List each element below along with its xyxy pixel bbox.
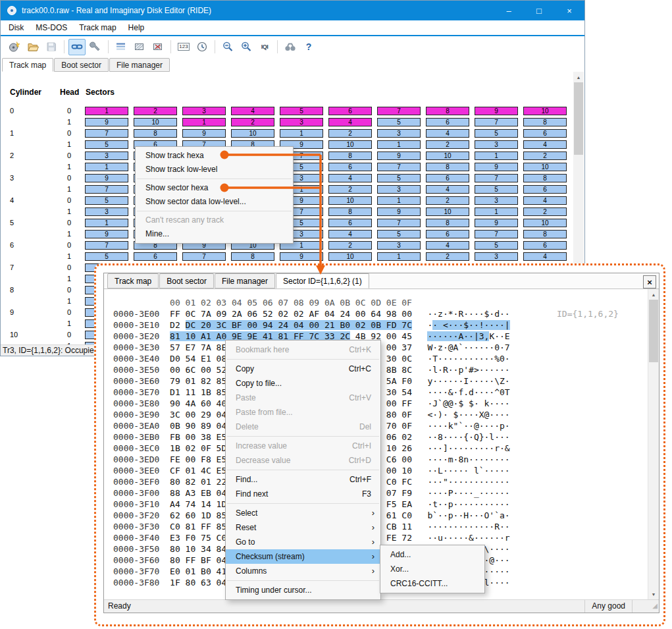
link-button[interactable] bbox=[68, 39, 86, 55]
sector-box[interactable]: 6 bbox=[426, 118, 469, 126]
sector-box[interactable]: 2 bbox=[328, 185, 372, 194]
sector-box[interactable]: 9 bbox=[377, 151, 421, 160]
sector-box[interactable]: 9 bbox=[377, 207, 421, 216]
sector-box[interactable]: 6 bbox=[328, 107, 372, 115]
sector-box[interactable]: 5 bbox=[377, 174, 421, 182]
sector-box[interactable]: 1 bbox=[475, 151, 518, 160]
sector-box[interactable]: 6 bbox=[426, 230, 469, 238]
sector-box[interactable]: 10 bbox=[523, 107, 567, 115]
sector-box[interactable]: 5 bbox=[475, 241, 518, 250]
sector-box[interactable]: 3 bbox=[475, 140, 518, 149]
sector-box[interactable]: 2 bbox=[426, 196, 469, 205]
close-icon[interactable]: × bbox=[643, 275, 656, 288]
sector-box[interactable]: 4 bbox=[523, 140, 567, 149]
sector-box[interactable]: 4 bbox=[426, 129, 469, 138]
sector-box[interactable]: 1 bbox=[377, 196, 421, 205]
zoom-in-button[interactable] bbox=[238, 39, 255, 55]
erase-track-button[interactable] bbox=[131, 39, 148, 55]
sector-box[interactable]: 2 bbox=[523, 151, 567, 160]
menu-item-copy[interactable]: CopyCtrl+C bbox=[226, 362, 380, 376]
sector-box[interactable]: 4 bbox=[426, 241, 469, 250]
zoom-reset-button[interactable]: IQI bbox=[256, 39, 273, 55]
sector-box[interactable]: 6 bbox=[523, 185, 567, 194]
sector-box[interactable]: 4 bbox=[523, 252, 567, 261]
sector-box[interactable]: 9 bbox=[85, 174, 128, 182]
sector-box[interactable]: 3 bbox=[182, 107, 226, 115]
sector-box[interactable]: 10 bbox=[328, 196, 372, 205]
menu-item-timing-under-cursor[interactable]: Timing under cursor... bbox=[226, 583, 380, 597]
sector-box[interactable]: 10 bbox=[231, 129, 274, 138]
sector-box[interactable]: 3 bbox=[475, 252, 518, 261]
sector-box[interactable]: 6 bbox=[328, 163, 372, 171]
sector-box[interactable]: 5 bbox=[377, 118, 421, 126]
submenu-item-crc16-ccitt[interactable]: CRC16-CCITT... bbox=[380, 576, 484, 591]
sector-box[interactable]: 6 bbox=[523, 241, 567, 250]
sector-box[interactable]: 3 bbox=[377, 129, 421, 138]
menu-item-show-sector-hexa[interactable]: Show sector hexa bbox=[136, 181, 293, 195]
sector-box[interactable]: 7 bbox=[475, 174, 518, 182]
sector-box[interactable]: 3 bbox=[377, 185, 421, 194]
minimize-button[interactable]: – bbox=[494, 1, 524, 20]
sector-box[interactable]: 9 bbox=[85, 118, 128, 126]
sector-box[interactable]: 9 bbox=[475, 107, 518, 115]
sector-box[interactable]: 10 bbox=[328, 140, 372, 149]
sector-box[interactable]: 7 bbox=[85, 185, 128, 194]
sector-box[interactable]: 7 bbox=[377, 163, 421, 171]
menubar-item-ms-dos[interactable]: MS-DOS bbox=[30, 20, 73, 35]
wrench-button[interactable] bbox=[87, 39, 104, 55]
sector-box[interactable]: 5 bbox=[85, 140, 128, 149]
sector-box[interactable]: 5 bbox=[280, 107, 323, 115]
sector-box[interactable]: 3 bbox=[377, 241, 421, 250]
scroll-thumb[interactable] bbox=[649, 300, 658, 362]
sector-box[interactable]: 4 bbox=[328, 118, 372, 126]
sector-box[interactable]: 8 bbox=[134, 129, 177, 138]
sector-box[interactable]: 9 bbox=[182, 129, 226, 138]
sector-box[interactable]: 4 bbox=[328, 174, 372, 182]
scroll-down-icon[interactable]: ▼ bbox=[648, 589, 659, 599]
sector-box[interactable]: 7 bbox=[377, 107, 421, 115]
zoom-out-button[interactable] bbox=[219, 39, 236, 55]
sector-box[interactable]: 3 bbox=[475, 196, 518, 205]
sector-box[interactable]: 1 bbox=[377, 140, 421, 149]
sector-box[interactable]: 1 bbox=[377, 252, 421, 261]
sector-box[interactable]: 2 bbox=[426, 252, 469, 261]
hex-vertical-scrollbar[interactable]: ▲ ▼ bbox=[648, 289, 659, 599]
tab-sector-id-1-1-6-2-1[interactable]: Sector ID={1,1,6,2} (1) bbox=[276, 273, 369, 288]
menu-item-show-sector-data-low-level[interactable]: Show sector data low-level... bbox=[136, 195, 293, 209]
menu-item-find[interactable]: Find...Ctrl+F bbox=[226, 472, 380, 487]
sector-box[interactable]: 2 bbox=[328, 241, 372, 250]
sector-box[interactable]: 4 bbox=[328, 230, 372, 238]
sector-box[interactable]: 8 bbox=[426, 107, 469, 115]
sector-box[interactable]: 7 bbox=[85, 241, 128, 250]
open-image-button[interactable] bbox=[24, 39, 41, 55]
sector-box[interactable]: 6 bbox=[134, 252, 177, 261]
tab-track-map[interactable]: Track map bbox=[2, 58, 53, 72]
sector-box[interactable]: 8 bbox=[523, 118, 567, 126]
sector-box[interactable]: 5 bbox=[475, 129, 518, 138]
tab-file-manager[interactable]: File manager bbox=[109, 58, 170, 72]
sector-box[interactable]: 1 bbox=[280, 129, 323, 138]
sector-box[interactable]: 10 bbox=[134, 118, 177, 126]
hex-row[interactable]: 0000-3E10 D2 DC 20 3C BF 00 94 24 04 00 … bbox=[104, 319, 648, 331]
menubar-item-help[interactable]: Help bbox=[122, 20, 151, 35]
sector-box[interactable]: 10 bbox=[426, 151, 469, 160]
sector-box[interactable]: 4 bbox=[426, 185, 469, 194]
tab-boot-sector[interactable]: Boot sector bbox=[54, 58, 109, 72]
sector-box[interactable]: 10 bbox=[426, 207, 469, 216]
sector-box[interactable]: 2 bbox=[134, 107, 177, 115]
sector-box[interactable]: 3 bbox=[280, 118, 323, 126]
find-button[interactable] bbox=[282, 39, 299, 55]
sector-box[interactable]: 6 bbox=[328, 219, 372, 227]
menu-item-reset[interactable]: Reset› bbox=[226, 520, 380, 535]
scroll-thumb[interactable] bbox=[574, 82, 583, 155]
menu-item-select[interactable]: Select› bbox=[226, 506, 380, 520]
sector-box[interactable]: 2 bbox=[328, 129, 372, 138]
close-button[interactable]: × bbox=[554, 1, 584, 20]
sector-box[interactable]: 1 bbox=[475, 207, 518, 216]
sector-box[interactable]: 5 bbox=[85, 196, 128, 205]
sector-box[interactable]: 1 bbox=[85, 219, 128, 227]
new-track-button[interactable] bbox=[6, 39, 23, 55]
sector-box[interactable]: 7 bbox=[377, 219, 421, 227]
sector-box[interactable]: 10 bbox=[328, 252, 372, 261]
submenu-item-xor[interactable]: Xor... bbox=[380, 562, 484, 576]
